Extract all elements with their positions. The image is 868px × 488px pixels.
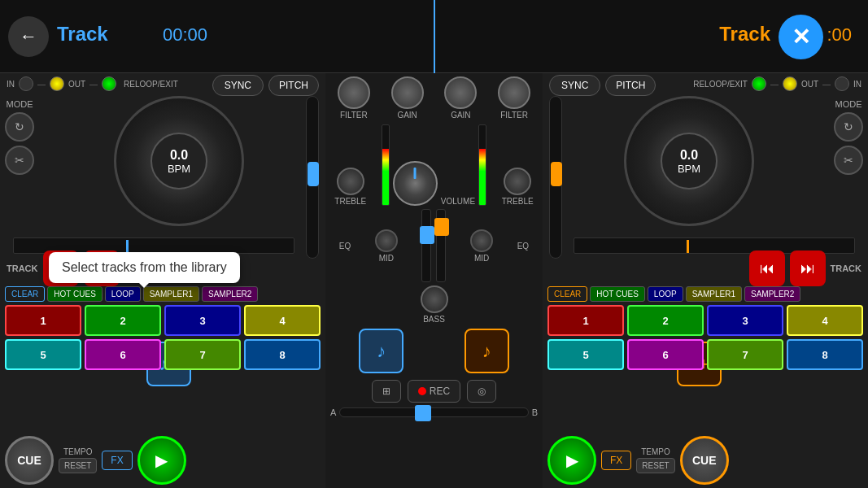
right-pitch-slider[interactable] (549, 96, 562, 259)
left-clear-button[interactable]: CLEAR (5, 286, 45, 302)
right-pads-grid: 1 2 3 4 5 6 7 8 (547, 305, 863, 370)
left-pad-5[interactable]: 5 (5, 339, 81, 370)
right-bpm-label: BPM (678, 163, 700, 175)
left-sampler2-tab[interactable]: SAMPLER2 (202, 286, 258, 302)
right-loop-tab[interactable]: LOOP (648, 286, 683, 302)
gain-right-knob[interactable] (444, 76, 477, 109)
left-pitch-slider[interactable] (306, 96, 319, 259)
left-sampler1-tab[interactable]: SAMPLER1 (143, 286, 199, 302)
right-mode-icon-1[interactable]: ↻ (834, 112, 863, 142)
left-mode-icon-1[interactable]: ↻ (5, 112, 34, 142)
gain-left-knob[interactable] (391, 76, 424, 109)
right-cue-button[interactable]: CUE (680, 436, 729, 485)
rec-button[interactable]: REC (408, 380, 460, 403)
filter-left-group: FILTER (338, 76, 370, 120)
left-pitch-button[interactable]: PITCH (268, 75, 319, 96)
left-in-label: IN (7, 80, 15, 89)
level-fill-right (479, 149, 486, 205)
left-mode-icons: ↻ ✂ (5, 112, 34, 175)
mixer-mid-row: TREBLE VOLUME (325, 123, 543, 207)
volume-section: VOLUME (382, 124, 486, 206)
right-pad-4[interactable]: 4 (787, 305, 863, 336)
left-pad-8[interactable]: 8 (244, 339, 321, 370)
right-clear-button[interactable]: CLEAR (547, 286, 587, 302)
right-pad-6[interactable]: 6 (627, 339, 704, 370)
crossfader-track[interactable] (339, 407, 528, 417)
right-out-led (783, 76, 797, 91)
right-prev-track-button[interactable]: ⏮ (749, 251, 785, 286)
mid-left-group: MID (375, 229, 398, 263)
mid-right-label: MID (474, 254, 489, 263)
treble-right-knob[interactable] (504, 168, 531, 195)
right-volume-fader-handle[interactable] (434, 218, 449, 236)
right-sync-button[interactable]: SYNC (549, 75, 600, 96)
left-pad-2[interactable]: 2 (85, 305, 161, 336)
right-pitch-button[interactable]: PITCH (605, 75, 656, 96)
filter-left-knob[interactable] (338, 76, 370, 109)
right-mode-section: MODE ↻ ✂ (834, 99, 863, 175)
volume-label: VOLUME (441, 197, 475, 206)
mixer-adjust-button[interactable]: ⊞ (372, 380, 401, 403)
left-tempo-section: TEMPO RESET (59, 447, 97, 473)
right-pitch-handle[interactable] (551, 162, 562, 186)
right-playlist-add-button[interactable]: ♪ (465, 329, 509, 373)
left-volume-fader-handle[interactable] (420, 226, 434, 244)
left-cue-button[interactable]: CUE (5, 436, 54, 485)
right-tempo-label: TEMPO (641, 447, 670, 456)
mid-left-label: MID (379, 254, 394, 263)
left-sync-button[interactable]: SYNC (212, 75, 264, 96)
right-bpm-value: 0.0 (680, 148, 698, 163)
left-pad-6[interactable]: 6 (85, 339, 161, 370)
right-reloop-label: RELOOP/EXIT (693, 80, 748, 89)
left-in-led (19, 76, 33, 91)
right-next-track-button[interactable]: ⏭ (790, 251, 826, 286)
right-pad-2[interactable]: 2 (627, 305, 704, 336)
treble-left-group: TREBLE (334, 168, 366, 206)
right-reset-button[interactable]: RESET (636, 458, 674, 473)
right-pad-8[interactable]: 8 (787, 339, 863, 370)
left-turntable[interactable]: 0.0 BPM (114, 96, 244, 226)
left-fx-button[interactable]: FX (102, 451, 132, 470)
filter-right-knob[interactable] (498, 76, 530, 109)
right-play-button[interactable]: ▶ (547, 436, 596, 485)
close-icon: ✕ (792, 24, 810, 50)
left-pad-3[interactable]: 3 (164, 305, 241, 336)
right-mode-icon-2[interactable]: ✂ (834, 146, 863, 175)
left-play-button[interactable]: ▶ (137, 436, 186, 485)
left-playlist-add-button[interactable]: ♪ (359, 329, 403, 373)
left-bottom-controls: CUE TEMPO RESET FX ▶ (5, 436, 321, 485)
left-pad-1[interactable]: 1 (5, 305, 81, 336)
mid-left-knob[interactable] (375, 229, 398, 252)
bass-knob[interactable] (421, 285, 448, 313)
right-hotcues-tab[interactable]: HOT CUES (590, 286, 645, 302)
left-pad-7[interactable]: 7 (164, 339, 241, 370)
right-sync-pitch-row: SYNC PITCH (549, 75, 656, 96)
right-pad-5[interactable]: 5 (547, 339, 624, 370)
right-sampler1-tab[interactable]: SAMPLER1 (686, 286, 742, 302)
volume-knob[interactable] (393, 161, 438, 206)
left-pad-4[interactable]: 4 (244, 305, 321, 336)
left-loop-tab[interactable]: LOOP (105, 286, 141, 302)
right-pad-3[interactable]: 3 (707, 305, 783, 336)
right-turntable[interactable]: 0.0 BPM (624, 96, 754, 226)
level-meter-right (478, 124, 486, 206)
right-pad-7[interactable]: 7 (707, 339, 783, 370)
right-pad-1[interactable]: 1 (547, 305, 624, 336)
treble-left-knob[interactable] (337, 168, 364, 195)
crossfader-handle[interactable] (415, 405, 431, 421)
right-sampler2-tab[interactable]: SAMPLER2 (744, 286, 800, 302)
mixer-eq-row: EQ MID MID EQ (325, 207, 543, 284)
level-fill-left (382, 149, 389, 205)
right-fx-button[interactable]: FX (601, 451, 631, 470)
bass-label: BASS (423, 315, 445, 324)
mid-right-knob[interactable] (470, 229, 493, 252)
left-track-label: Track (57, 23, 108, 46)
left-pitch-handle[interactable] (308, 162, 319, 186)
left-reset-button[interactable]: RESET (59, 458, 97, 473)
right-turntable-area: 0.0 BPM (575, 96, 803, 226)
left-mode-icon-2[interactable]: ✂ (5, 146, 34, 175)
back-button[interactable]: ← (8, 16, 49, 57)
left-hotcues-tab[interactable]: HOT CUES (47, 286, 103, 302)
close-button[interactable]: ✕ (779, 15, 823, 59)
target-button[interactable]: ◎ (467, 380, 496, 403)
